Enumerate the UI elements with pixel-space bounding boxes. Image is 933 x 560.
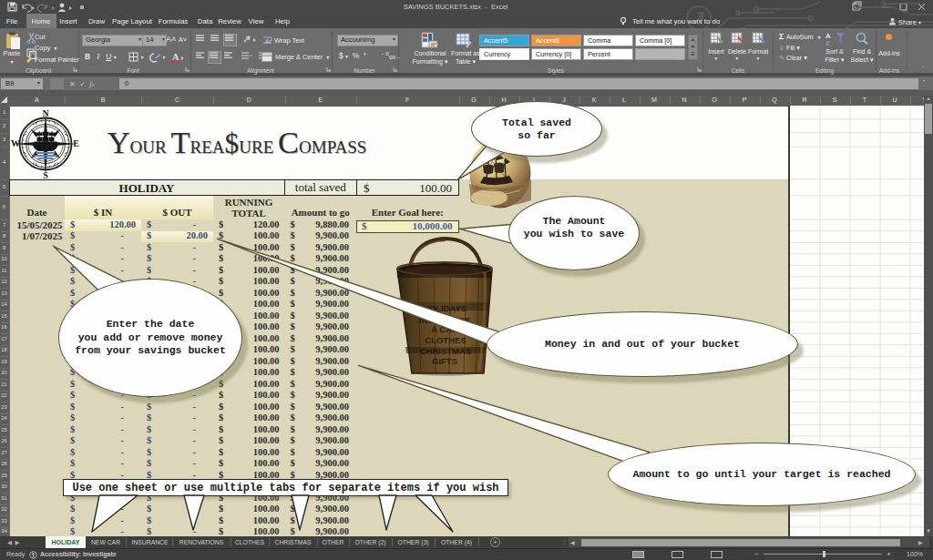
svg-text:Z: Z [825,39,830,46]
svg-text:A: A [172,52,179,62]
